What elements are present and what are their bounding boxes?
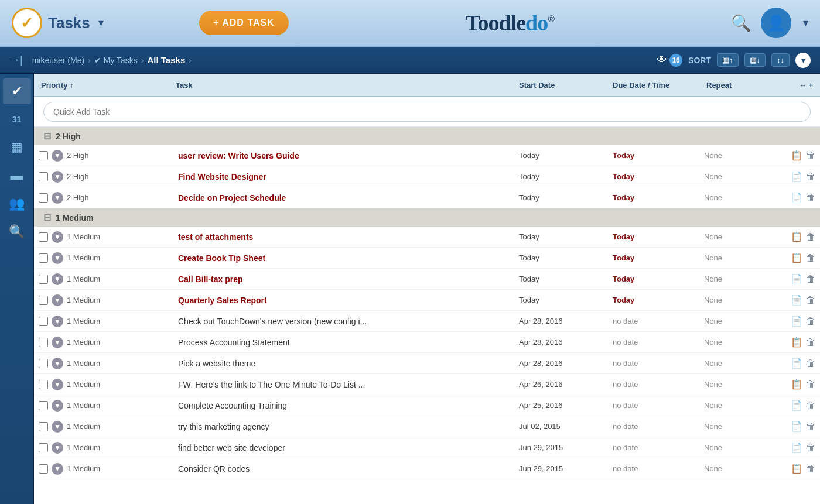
nav-expand-icon[interactable]: ▾: [795, 53, 811, 68]
priority-down-icon[interactable]: ▼: [52, 400, 63, 412]
delete-icon[interactable]: 🗑: [806, 274, 815, 284]
task-checkbox[interactable]: [39, 317, 48, 326]
pin-icon[interactable]: →|: [9, 54, 23, 66]
quick-add-input[interactable]: [43, 102, 811, 122]
note-icon[interactable]: 📋: [791, 252, 802, 263]
add-task-button[interactable]: + ADD TASK: [199, 11, 289, 35]
task-name[interactable]: Check out TouchDown's new version (new c…: [178, 317, 367, 326]
delete-icon[interactable]: 🗑: [806, 150, 815, 161]
task-name[interactable]: Process Accounting Statement: [178, 338, 290, 347]
priority-down-icon[interactable]: ▼: [52, 294, 63, 306]
tasks-dropdown-icon[interactable]: ▾: [98, 16, 104, 29]
sidebar-item-grid[interactable]: ▦: [3, 135, 31, 160]
sidebar-item-people[interactable]: 👥: [3, 191, 31, 217]
task-name[interactable]: Complete Accounting Training: [178, 401, 287, 410]
user-dropdown-icon[interactable]: ▾: [803, 16, 808, 29]
col-priority[interactable]: Priority ↑: [39, 81, 173, 90]
task-checkbox[interactable]: [39, 422, 48, 431]
priority-down-icon[interactable]: ▼: [52, 171, 63, 183]
task-checkbox[interactable]: [39, 401, 48, 410]
task-name[interactable]: Consider QR codes: [178, 464, 250, 474]
sidebar-item-list[interactable]: ▬: [3, 163, 31, 188]
delete-icon[interactable]: 🗑: [806, 172, 815, 182]
task-name[interactable]: user review: Write Users Guide: [178, 151, 299, 160]
note-icon[interactable]: 📄: [791, 421, 802, 432]
sidebar-item-calendar[interactable]: 31: [3, 107, 31, 132]
priority-down-icon[interactable]: ▼: [52, 442, 63, 454]
delete-icon[interactable]: 🗑: [806, 421, 815, 432]
priority-down-icon[interactable]: ▼: [52, 252, 63, 264]
task-checkbox[interactable]: [39, 193, 48, 203]
task-checkbox[interactable]: [39, 253, 48, 263]
task-name[interactable]: Decide on Project Schedule: [178, 193, 286, 203]
user-avatar[interactable]: 👤: [761, 8, 791, 38]
note-icon[interactable]: 📋: [791, 337, 802, 348]
delete-icon[interactable]: 🗑: [806, 379, 815, 390]
task-checkbox[interactable]: [39, 380, 48, 389]
task-checkbox[interactable]: [39, 151, 48, 160]
task-name[interactable]: Pick a website theme: [178, 359, 255, 368]
note-icon[interactable]: 📄: [791, 273, 802, 284]
sidebar-item-search[interactable]: 🔍: [3, 219, 31, 245]
task-checkbox[interactable]: [39, 359, 48, 368]
delete-icon[interactable]: 🗑: [806, 316, 815, 327]
note-icon[interactable]: 📄: [791, 192, 802, 203]
note-icon[interactable]: 📋: [791, 231, 802, 242]
task-name[interactable]: FW: Here's the link to The One Minute To…: [178, 380, 365, 389]
task-name[interactable]: Call Bill-tax prep: [178, 275, 242, 284]
priority-down-icon[interactable]: ▼: [52, 231, 63, 243]
task-checkbox[interactable]: [39, 232, 48, 242]
task-checkbox[interactable]: [39, 172, 48, 181]
task-checkbox[interactable]: [39, 464, 48, 474]
priority-down-icon[interactable]: ▼: [52, 150, 63, 162]
repeat: None: [704, 151, 774, 160]
delete-icon[interactable]: 🗑: [806, 193, 815, 203]
repeat: None: [704, 359, 774, 368]
priority-down-icon[interactable]: ▼: [52, 421, 63, 433]
delete-icon[interactable]: 🗑: [806, 400, 815, 411]
priority-down-icon[interactable]: ▼: [52, 463, 63, 475]
sort-btn-1[interactable]: ▦↑: [717, 53, 739, 67]
priority-down-icon[interactable]: ▼: [52, 192, 63, 204]
task-name[interactable]: Create Book Tip Sheet: [178, 253, 265, 263]
col-repeat: Repeat: [704, 81, 774, 90]
delete-icon[interactable]: 🗑: [806, 232, 815, 242]
delete-icon[interactable]: 🗑: [806, 295, 815, 306]
note-icon[interactable]: 📄: [791, 358, 802, 369]
note-icon[interactable]: 📄: [791, 442, 802, 453]
sort-btn-2[interactable]: ▦↓: [744, 53, 766, 67]
note-icon[interactable]: 📄: [791, 400, 802, 411]
priority-down-icon[interactable]: ▼: [52, 316, 63, 327]
breadcrumb-alltasks[interactable]: All Tasks: [147, 55, 185, 65]
priority-down-icon[interactable]: ▼: [52, 358, 63, 369]
task-name[interactable]: try this marketing agency: [178, 422, 269, 431]
priority-down-icon[interactable]: ▼: [52, 337, 63, 348]
task-name[interactable]: find better web site developer: [178, 443, 285, 452]
priority-cell: ▼ 1 Medium: [39, 379, 173, 390]
priority-down-icon[interactable]: ▼: [52, 273, 63, 285]
task-name[interactable]: Quarterly Sales Report: [178, 296, 267, 305]
task-checkbox[interactable]: [39, 443, 48, 452]
delete-icon[interactable]: 🗑: [806, 443, 815, 453]
delete-icon[interactable]: 🗑: [806, 358, 815, 369]
breadcrumb-mytasks[interactable]: ✔ My Tasks: [94, 56, 138, 65]
task-checkbox[interactable]: [39, 338, 48, 347]
note-icon[interactable]: 📄: [791, 294, 802, 306]
note-icon[interactable]: 📄: [791, 171, 802, 182]
note-icon[interactable]: 📄: [791, 316, 802, 327]
note-icon[interactable]: 📋: [791, 379, 802, 390]
delete-icon[interactable]: 🗑: [806, 337, 815, 348]
note-icon[interactable]: 📋: [791, 463, 802, 474]
delete-icon[interactable]: 🗑: [806, 464, 815, 474]
delete-icon[interactable]: 🗑: [806, 253, 815, 263]
search-icon[interactable]: 🔍: [731, 13, 751, 33]
task-name[interactable]: Find Website Designer: [178, 172, 266, 181]
priority-down-icon[interactable]: ▼: [52, 379, 63, 390]
sort-btn-3[interactable]: ↕↓: [771, 53, 790, 67]
task-name[interactable]: test of attachments: [178, 232, 253, 242]
task-checkbox[interactable]: [39, 275, 48, 284]
breadcrumb-user[interactable]: mikeuser (Me): [32, 56, 84, 65]
sidebar-item-check[interactable]: ✔: [3, 78, 31, 104]
note-icon[interactable]: 📋: [791, 150, 802, 161]
task-checkbox[interactable]: [39, 296, 48, 305]
